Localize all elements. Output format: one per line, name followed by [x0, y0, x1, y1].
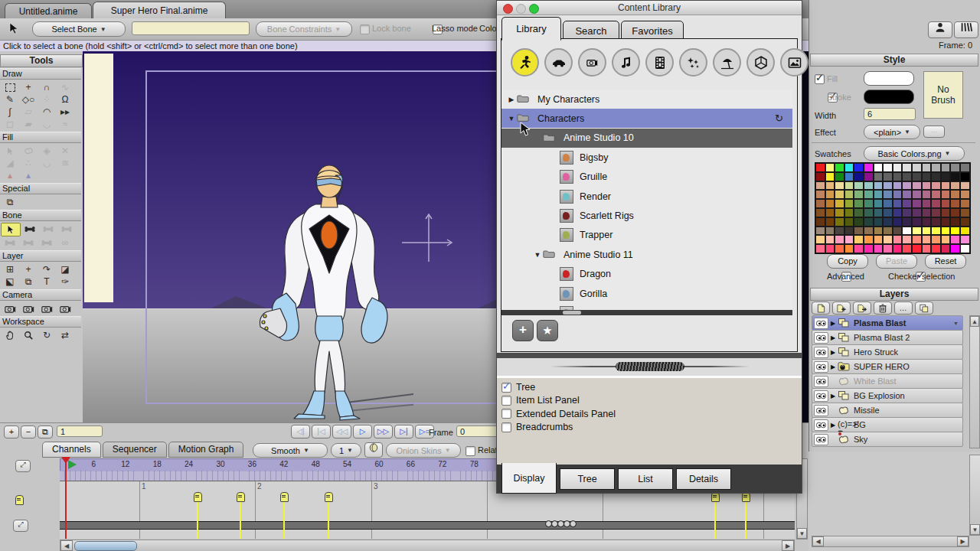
layer-more-button[interactable]: … [894, 302, 913, 315]
palette-swatch[interactable] [815, 190, 825, 199]
tree-expander-icon[interactable]: ▼ [534, 251, 541, 259]
library-toggle-button[interactable] [954, 21, 978, 38]
select-points-tool[interactable] [1, 81, 19, 93]
text-tool[interactable]: T [38, 276, 56, 288]
layer-row[interactable]: ▶Plasma Blast▼ [812, 315, 963, 331]
delete-layer-button[interactable] [874, 302, 892, 315]
display-option-checkbox[interactable] [501, 409, 511, 419]
scroll-up-icon[interactable]: ▲ [970, 316, 979, 327]
add-to-library-button[interactable]: + [512, 320, 534, 341]
layer-expander-icon[interactable]: ▶ [831, 349, 838, 356]
keyframe-marker-icon[interactable] [194, 492, 202, 502]
playhead-line[interactable] [65, 458, 67, 539]
palette-swatch[interactable] [883, 217, 893, 227]
favorite-button[interactable]: ★ [537, 320, 558, 341]
palette-swatch[interactable] [941, 235, 951, 244]
layer-row[interactable]: ▶Plasma Blast 2 [812, 330, 963, 345]
palette-swatch[interactable] [854, 235, 864, 244]
reparent-bone-tool[interactable] [39, 223, 57, 235]
palette-swatch[interactable] [825, 181, 835, 191]
rotate-workspace-tool[interactable]: ↻ [38, 329, 56, 341]
palette-swatch[interactable] [893, 163, 903, 172]
palette-swatch[interactable] [874, 235, 884, 244]
expand-track-button[interactable]: ⤢ [13, 520, 28, 532]
palette-swatch[interactable] [835, 190, 844, 199]
palette-swatch[interactable] [854, 217, 864, 227]
layer-visibility-icon[interactable] [814, 419, 828, 431]
palette-swatch[interactable] [874, 208, 884, 217]
stroke-exposure-tool[interactable]: ≊ [56, 157, 74, 169]
lock-bone-checkbox[interactable] [360, 24, 370, 34]
superhero-character[interactable] [245, 158, 413, 422]
palette-swatch[interactable] [893, 190, 903, 199]
palette-swatch[interactable] [854, 190, 864, 199]
palette-swatch[interactable] [864, 172, 874, 181]
palette-swatch[interactable] [835, 217, 844, 227]
palette-swatch[interactable] [922, 181, 932, 191]
palette-swatch[interactable] [931, 181, 941, 191]
palette-swatch[interactable] [960, 199, 970, 208]
display-mode-tab-tree[interactable]: Tree [560, 468, 615, 490]
palette-swatch[interactable] [950, 217, 960, 227]
effect-dropdown[interactable]: <plain>▼ [864, 125, 920, 139]
palette-swatch[interactable] [874, 181, 884, 191]
onion-skins-dropdown[interactable]: Onion Skins▼ [386, 443, 461, 458]
palette-swatch[interactable] [835, 163, 844, 172]
track-link-icon[interactable] [570, 520, 577, 527]
delete-shape-tool[interactable]: ✕ [56, 145, 74, 157]
refresh-icon[interactable]: ↻ [775, 112, 783, 124]
layer-row[interactable]: Missile [812, 403, 963, 418]
pan-tilt-camera-tool[interactable] [56, 302, 74, 315]
layer-expander-icon[interactable]: ▶ [831, 320, 838, 327]
palette-swatch[interactable] [854, 163, 864, 172]
palette-swatch[interactable] [883, 163, 893, 172]
keyframe-marker-icon[interactable] [325, 492, 333, 502]
palette-swatch[interactable] [825, 244, 835, 253]
draw-shape-tool[interactable]: ◇○ [19, 93, 38, 106]
flip-layer-tool[interactable]: ◪ [56, 263, 74, 276]
tree-item-row[interactable]: Dragon [501, 265, 792, 284]
palette-swatch[interactable] [874, 199, 884, 208]
palette-swatch[interactable] [912, 217, 922, 227]
expand-timeline-button[interactable]: ⤢ [15, 460, 31, 472]
layer-row[interactable]: White Blast [812, 373, 963, 389]
timeline-hscroll[interactable]: ◀ ▶ [60, 540, 795, 551]
palette-swatch[interactable] [844, 244, 854, 253]
scenes-category[interactable] [713, 48, 741, 77]
magnet-tool[interactable]: Ω [56, 93, 74, 106]
layer-visibility-icon[interactable] [814, 347, 828, 358]
tree-expander-icon[interactable]: ▶ [508, 96, 515, 103]
utility-vscroll[interactable]: ▼ [969, 455, 980, 536]
new-layer-arrow-button[interactable] [853, 302, 871, 315]
display-mode-tab-display[interactable]: Display [501, 463, 557, 494]
vehicles-category[interactable] [544, 48, 573, 77]
duplicate-layer-button[interactable] [915, 302, 933, 315]
palette-swatch[interactable] [815, 227, 825, 236]
palette-swatch[interactable] [941, 208, 951, 217]
palette-swatch[interactable] [844, 163, 854, 172]
palette-swatch[interactable] [874, 244, 884, 253]
palette-swatch[interactable] [912, 235, 922, 244]
palette-swatch[interactable] [864, 199, 874, 208]
palette-swatch[interactable] [844, 181, 854, 191]
palette-swatch[interactable] [931, 172, 941, 181]
palette-swatch[interactable] [874, 190, 884, 199]
layer-expander-icon[interactable]: ▶ [831, 364, 838, 370]
effect-more-button[interactable]: ... [923, 126, 945, 138]
palette-swatch[interactable] [883, 190, 893, 199]
next-keyframe-button[interactable]: ▷| [394, 425, 413, 439]
palette-swatch[interactable] [815, 181, 825, 191]
swatches-dropdown[interactable]: Basic Colors.png▼ [864, 146, 965, 161]
timeline-tab-motion-graph[interactable]: Motion Graph [168, 442, 244, 458]
layer-visibility-icon[interactable] [814, 332, 828, 344]
curve-tool[interactable]: ∩ [38, 81, 56, 93]
add-point-tool[interactable]: ✎ [1, 93, 19, 106]
characters-category[interactable] [511, 48, 539, 77]
3d-category[interactable] [746, 48, 775, 77]
shear-layer-tool[interactable]: ⬕ [1, 276, 19, 288]
zoom-workspace-tool[interactable] [19, 329, 38, 341]
layer-visibility-icon[interactable] [814, 361, 828, 373]
palette-swatch[interactable] [912, 244, 922, 253]
bone-strength-tool[interactable] [57, 223, 76, 235]
palette-swatch[interactable] [835, 227, 844, 236]
